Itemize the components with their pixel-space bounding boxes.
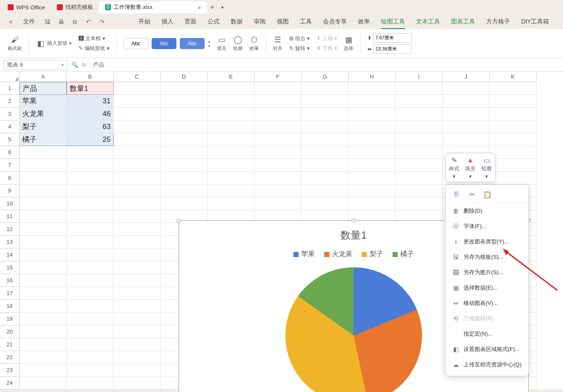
col-header-d[interactable]: D: [161, 72, 208, 82]
resize-handle[interactable]: [352, 219, 355, 222]
menu-start[interactable]: 开始: [135, 16, 154, 27]
legend-item[interactable]: 橘子: [393, 250, 414, 259]
rotate-button[interactable]: ↻旋转▾: [289, 45, 310, 52]
ctx-font[interactable]: Ⓐ字体(F)...: [446, 219, 528, 234]
row-header[interactable]: 10: [0, 197, 20, 210]
cell-b4[interactable]: 63: [67, 120, 114, 133]
legend-item[interactable]: 梨子: [362, 250, 383, 259]
menu-review[interactable]: 审阅: [250, 16, 269, 27]
row-header[interactable]: 9: [0, 184, 20, 197]
select-button[interactable]: ▦选择: [344, 35, 353, 52]
move-up-button[interactable]: ⬆上移▾: [317, 35, 337, 42]
undo-icon[interactable]: ↶: [84, 17, 93, 26]
row-header[interactable]: 12: [0, 223, 20, 236]
row-header[interactable]: 19: [0, 313, 20, 325]
textbox-button[interactable]: 🅰文本框▾: [79, 35, 109, 42]
ctx-change-chart-type[interactable]: ⫾更改图表类型(Y)...: [446, 234, 528, 249]
cell-b3[interactable]: 46: [67, 108, 114, 120]
col-header-i[interactable]: I: [396, 72, 443, 82]
row-header[interactable]: 6: [0, 146, 20, 159]
col-header-k[interactable]: K: [490, 72, 537, 82]
new-tab-button[interactable]: +: [207, 2, 217, 12]
row-header[interactable]: 2: [0, 95, 20, 108]
ctx-delete[interactable]: 🗑删除(D): [446, 203, 528, 219]
effect-button[interactable]: ⬡效果: [249, 35, 259, 52]
row-header[interactable]: 14: [0, 249, 20, 261]
align-button[interactable]: ☰对齐: [273, 35, 282, 52]
move-down-button[interactable]: ⬇下移▾: [317, 45, 337, 52]
row-header[interactable]: 22: [0, 351, 20, 364]
row-header[interactable]: 20: [0, 325, 20, 338]
menu-icon[interactable]: ≡: [6, 17, 15, 26]
save-icon[interactable]: 🖫: [43, 17, 52, 26]
redo-icon[interactable]: ↷: [97, 17, 107, 26]
ctx-save-template[interactable]: 🖫另存为模板(S)...: [446, 249, 528, 265]
menu-view[interactable]: 视图: [273, 16, 292, 27]
zoom-icon[interactable]: 🔍: [70, 60, 79, 70]
cell-b2[interactable]: 31: [67, 95, 114, 108]
ctx-upload[interactable]: ☁上传至稻壳资源中心(Q): [446, 357, 528, 372]
tab-wps-office[interactable]: WPS Office: [2, 1, 51, 13]
paste-icon[interactable]: 📋: [483, 190, 492, 199]
cell-a2[interactable]: 苹果: [20, 95, 67, 108]
edit-shape-button[interactable]: ✎编辑形状▾: [79, 45, 109, 52]
mini-style-button[interactable]: ✎样式 ▾: [449, 156, 459, 179]
style-preset-1[interactable]: Abc: [123, 38, 148, 49]
ctx-select-data[interactable]: ▦选择数据(E)...: [446, 280, 528, 295]
cell-b5[interactable]: 25: [67, 133, 114, 146]
print-icon[interactable]: 🖶: [56, 17, 66, 26]
menu-text-tools[interactable]: 文本工具: [413, 16, 443, 27]
tab-dropdown[interactable]: ▾: [217, 2, 228, 12]
cut-icon[interactable]: ✂: [468, 190, 476, 199]
menu-tools[interactable]: 工具: [296, 16, 315, 27]
insert-shape-button[interactable]: ◧插入形状▾: [36, 39, 72, 48]
name-box[interactable]: 图表 8▾: [3, 60, 67, 70]
row-header[interactable]: 24: [0, 377, 20, 389]
menu-member[interactable]: 会员专享: [320, 16, 350, 27]
col-header-c[interactable]: C: [114, 72, 161, 82]
group-button[interactable]: ⊞组合▾: [289, 35, 310, 42]
row-header[interactable]: 17: [0, 287, 20, 300]
col-header-f[interactable]: F: [255, 72, 302, 82]
ctx-macro[interactable]: 指定宏(N)...: [446, 326, 528, 342]
legend-item[interactable]: 火龙果: [324, 250, 352, 259]
cell-a5[interactable]: 橘子: [20, 133, 67, 146]
formula-value[interactable]: 产品: [93, 61, 104, 69]
style-preset-3[interactable]: Abc: [180, 38, 205, 49]
mini-fill-button[interactable]: ▲填充 ▾: [465, 156, 475, 179]
col-header-h[interactable]: H: [349, 72, 396, 82]
style-more[interactable]: ▴▾: [208, 38, 210, 49]
file-menu[interactable]: 文件: [20, 16, 38, 27]
row-header[interactable]: 1: [0, 82, 20, 95]
menu-ffgz[interactable]: 方方格子: [483, 16, 513, 27]
cell-b1[interactable]: 数量1: [67, 82, 114, 95]
col-header-b[interactable]: B: [67, 72, 114, 82]
cell-a1[interactable]: 产品: [20, 82, 67, 95]
format-painter-button[interactable]: 🖌格式刷: [8, 35, 22, 52]
copy-icon[interactable]: ⎘: [452, 190, 461, 199]
row-header[interactable]: 3: [0, 108, 20, 120]
menu-insert[interactable]: 插入: [158, 16, 177, 27]
legend-item[interactable]: 苹果: [293, 250, 315, 259]
menu-efficiency[interactable]: 效率: [355, 16, 373, 27]
row-header[interactable]: 23: [0, 364, 20, 377]
col-header-a[interactable]: A: [20, 72, 67, 82]
cell-a3[interactable]: 火龙果: [20, 108, 67, 120]
menu-formula[interactable]: 公式: [204, 16, 223, 27]
row-header[interactable]: 18: [0, 300, 20, 313]
select-all-corner[interactable]: [0, 72, 20, 82]
row-header[interactable]: 21: [0, 338, 20, 351]
tab-template[interactable]: 找稻壳模板: [51, 1, 99, 13]
row-header[interactable]: 11: [0, 210, 20, 223]
pie-chart[interactable]: [285, 267, 422, 392]
outline-button[interactable]: ◯轮廓: [233, 35, 243, 52]
row-header[interactable]: 13: [0, 236, 20, 249]
row-header[interactable]: 15: [0, 261, 20, 274]
menu-draw-tools[interactable]: 绘图工具: [378, 16, 408, 27]
ctx-move-chart[interactable]: ⇔移动图表(V)...: [446, 295, 528, 311]
menu-page[interactable]: 页面: [181, 16, 200, 27]
menu-chart-tools[interactable]: 图表工具: [448, 16, 478, 27]
style-preset-2[interactable]: Abc: [152, 38, 176, 49]
row-header[interactable]: 8: [0, 172, 20, 184]
width-input[interactable]: [373, 33, 412, 43]
